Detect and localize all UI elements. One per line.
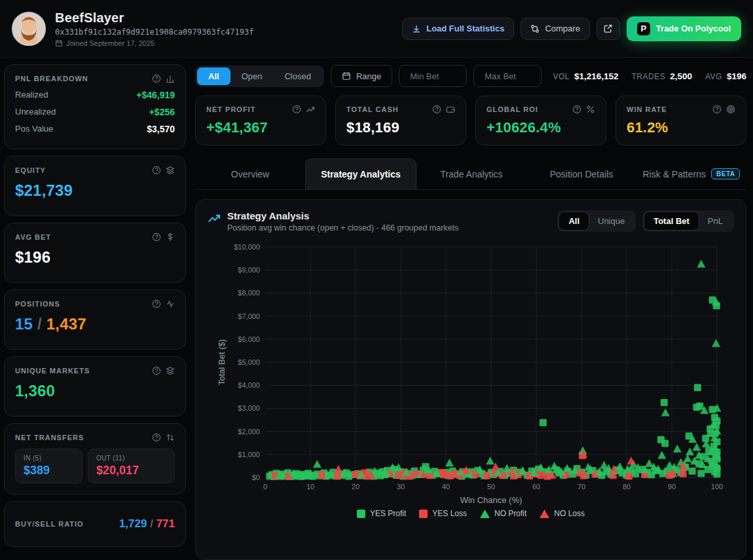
trending-up-icon [306, 105, 315, 114]
filter-closed[interactable]: Closed [273, 67, 321, 85]
help-icon[interactable] [152, 74, 161, 83]
help-icon[interactable] [292, 105, 301, 114]
help-icon[interactable] [152, 166, 161, 175]
panel-header: Strategy Analysis Position avg win chanc… [208, 210, 734, 233]
svg-text:$2,000: $2,000 [238, 428, 260, 436]
help-icon[interactable] [152, 299, 161, 308]
external-link-icon [603, 24, 613, 33]
svg-text:$4,000: $4,000 [238, 381, 260, 389]
svg-text:30: 30 [397, 483, 405, 491]
avg-bet-card: AVG BET $196 [4, 223, 186, 283]
help-icon[interactable] [712, 105, 722, 114]
svg-text:$0: $0 [252, 474, 260, 481]
global-roi-value: +10626.4% [487, 119, 595, 136]
chart-title: Strategy Analysis [227, 210, 458, 221]
unique-markets-card: UNIQUE MARKETS 1,360 [4, 356, 186, 417]
square-marker-icon [357, 510, 365, 518]
tab-position-details[interactable]: Position Details [526, 159, 636, 189]
calendar-icon [55, 39, 63, 47]
buy-sell-ratio-value: 1,729 / 771 [119, 517, 175, 531]
transfers-out-box: OUT (11) $20,017 [88, 449, 175, 483]
trending-up-icon [208, 212, 221, 225]
trade-on-polycool-button[interactable]: P Trade On Polycool [627, 16, 741, 41]
card-title: BUY/SELL RATIO [15, 520, 84, 528]
chart-toggles: All Unique Total Bet PnL [557, 210, 734, 232]
svg-text:$7,000: $7,000 [238, 312, 260, 320]
svg-text:20: 20 [352, 483, 359, 491]
help-icon[interactable] [432, 105, 441, 114]
arrows-up-down-icon [166, 433, 175, 442]
svg-text:100: 100 [711, 483, 723, 491]
svg-text:$5,000: $5,000 [238, 358, 260, 366]
filter-open[interactable]: Open [230, 67, 274, 85]
toggle-total-bet[interactable]: Total Bet [644, 212, 699, 230]
joined-date: Joined September 17, 2025 [55, 39, 253, 47]
load-full-statistics-button[interactable]: Load Full Statistics [402, 18, 514, 40]
triangle-marker-icon [480, 510, 490, 518]
svg-text:90: 90 [668, 483, 676, 491]
polycool-logo: P [637, 22, 650, 35]
beta-badge: BETA [711, 168, 740, 179]
tab-strategy-analytics[interactable]: Strategy Analytics [305, 159, 416, 189]
net-transfers-card: NET TRANSFERS IN (5) $389 OUT (11) $20,0… [4, 423, 186, 495]
min-bet-input[interactable] [410, 71, 456, 81]
svg-text:$1,000: $1,000 [238, 451, 260, 458]
scope-toggle-group: All Unique [557, 210, 636, 232]
max-bet-field[interactable] [473, 65, 542, 87]
legend-no-loss[interactable]: NO Loss [540, 509, 585, 518]
min-bet-field[interactable] [399, 65, 467, 87]
status-filter-group: All Open Closed [195, 65, 324, 87]
dollar-icon [166, 233, 175, 242]
toggle-unique[interactable]: Unique [589, 212, 634, 230]
chart-legend: YES Profit YES Loss NO Profit NO Loss [208, 509, 734, 518]
legend-yes-profit[interactable]: YES Profit [357, 509, 406, 518]
unique-markets-value: 1,360 [15, 382, 175, 400]
page-header: BeefSlayer 0x331bf91c132af9d921e1908ca09… [0, 0, 753, 58]
svg-text:$3,000: $3,000 [238, 404, 260, 412]
pnl-row-pos-value: Pos Value $3,570 [15, 124, 175, 134]
toggle-all[interactable]: All [559, 212, 589, 230]
svg-text:60: 60 [532, 483, 540, 491]
stats-sidebar: PNL BREAKDOWN Realized +$46,919 Unrealiz… [4, 64, 186, 560]
main-content: All Open Closed Range VOL $1,216,152 [195, 64, 746, 560]
help-icon[interactable] [572, 105, 581, 114]
tab-risk-patterns[interactable]: Risk & Patterns BETA [636, 159, 746, 189]
svg-text:70: 70 [578, 483, 585, 491]
header-actions: Load Full Statistics Compare P Trade On … [402, 16, 741, 41]
pnl-breakdown-card: PNL BREAKDOWN Realized +$46,919 Unrealiz… [4, 64, 186, 149]
toggle-pnl[interactable]: PnL [699, 212, 732, 230]
card-title: NET TRANSFERS [15, 434, 84, 441]
date-range-button[interactable]: Range [331, 65, 392, 87]
help-icon[interactable] [152, 233, 161, 242]
svg-text:0: 0 [263, 483, 267, 491]
scatter-chart: $0$1,000$2,000$3,000$4,000$5,000$6,000$7… [208, 238, 735, 508]
avg-bet-value: $196 [15, 248, 175, 267]
equity-value: $21,739 [15, 181, 175, 200]
svg-text:$10,000: $10,000 [234, 243, 260, 251]
percent-icon [586, 105, 595, 114]
help-icon[interactable] [152, 433, 161, 442]
max-bet-input[interactable] [485, 71, 530, 81]
transfers-in-box: IN (5) $389 [15, 449, 83, 483]
wallet-address[interactable]: 0x331bf91c132af9d921e1908ca0979363fc4719… [55, 28, 253, 37]
compare-button[interactable]: Compare [521, 18, 589, 40]
legend-yes-loss[interactable]: YES Loss [419, 509, 467, 518]
tab-trade-analytics[interactable]: Trade Analytics [416, 159, 526, 189]
target-icon [726, 105, 735, 114]
transfer-boxes: IN (5) $389 OUT (11) $20,017 [15, 449, 175, 483]
avatar-image [13, 13, 45, 45]
strategy-analysis-panel: Strategy Analysis Position avg win chanc… [195, 199, 746, 560]
buy-sell-ratio-card: BUY/SELL RATIO 1,729 / 771 [4, 501, 186, 547]
svg-text:$6,000: $6,000 [238, 335, 260, 343]
avatar[interactable] [12, 12, 46, 46]
tab-overview[interactable]: Overview [195, 159, 305, 189]
filter-all[interactable]: All [197, 67, 230, 85]
external-link-button[interactable] [597, 18, 620, 40]
help-icon[interactable] [152, 366, 161, 375]
triangle-marker-icon [540, 510, 549, 518]
win-rate-value: 61.2% [627, 119, 735, 136]
bar-chart-icon [166, 74, 175, 83]
net-profit-card: NET PROFIT +$41,367 [195, 96, 326, 145]
legend-no-profit[interactable]: NO Profit [480, 509, 526, 518]
svg-text:Win Chance (%): Win Chance (%) [460, 495, 523, 505]
